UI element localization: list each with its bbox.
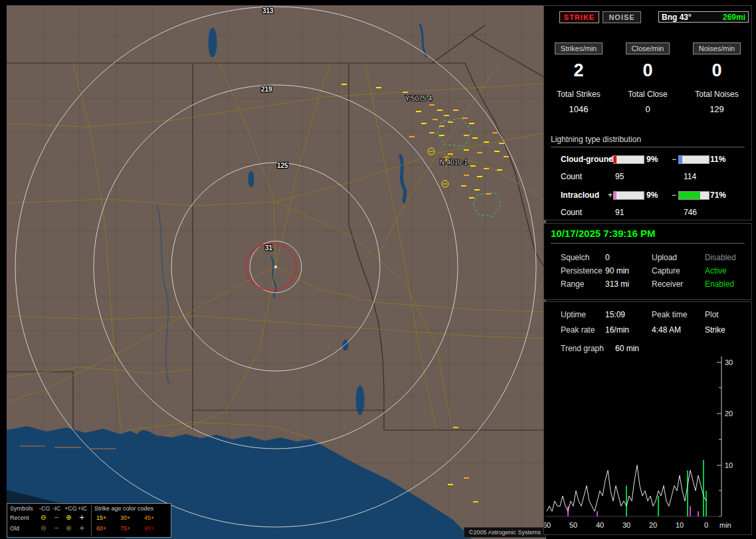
ring-label: 219: [261, 86, 272, 93]
minus-sign: −: [672, 191, 676, 200]
map-display[interactable]: 313 219 125 31 Y-5075-4 N-4010-1 Symbols…: [7, 5, 546, 539]
intracloud-label: Intracloud: [561, 191, 599, 200]
plus-sign: +: [608, 155, 613, 164]
persistence-value: 90 min: [605, 266, 629, 275]
cg-minus-count: 114: [684, 172, 696, 181]
bearing-display: Bng 43° 269mi: [658, 11, 749, 23]
strikes-per-min-button[interactable]: Strikes/min: [555, 42, 603, 54]
close-per-min-button[interactable]: Close/min: [626, 42, 670, 54]
peak-rate-value: 16/min: [605, 325, 629, 335]
ic-plus-count: 91: [615, 208, 624, 217]
total-noises-value: 129: [682, 104, 751, 114]
ic-minus-bar-fill: [679, 192, 700, 199]
trend-bars: [568, 460, 706, 516]
cloud-ground-count-row: Count 95 114: [544, 172, 751, 181]
legend-age-title: Strike age color codes: [94, 505, 153, 512]
receiver-label: Receiver: [652, 279, 683, 289]
total-close-value: 0: [613, 104, 682, 114]
range-value: 313 mi: [605, 279, 629, 289]
noises-per-min-value: 0: [682, 60, 751, 81]
ring-label: 31: [265, 244, 273, 252]
x-tick-40: 40: [596, 521, 604, 529]
cg-plus-bar: [613, 155, 644, 164]
bearing-distance: 269mi: [723, 13, 745, 22]
legend-col-cg-plus: +CG: [64, 505, 77, 512]
cloud-ground-row: Cloud-ground + 9% − 11%: [544, 155, 751, 164]
station-marker: [274, 266, 277, 268]
map-canvas: 313 219 125 31 Y-5075-4 N-4010-1: [7, 5, 546, 539]
strike-indicator-button[interactable]: STRIKE: [559, 11, 599, 23]
storm-cell-label: N-4010-1: [440, 159, 468, 166]
capture-label: Capture: [652, 266, 680, 275]
legend-row-recent: Recent: [10, 514, 29, 521]
legend-symbols-title: Symbols: [10, 505, 33, 512]
close-per-min-value: 0: [613, 60, 682, 81]
cg-plus-count: 95: [615, 172, 624, 181]
total-noises-label: Total Noises: [682, 90, 751, 99]
cg-minus-old-icon: ⊖: [41, 524, 46, 532]
legend-col-ic-minus: -IC: [52, 505, 60, 512]
bay: [195, 439, 217, 451]
ic-minus-recent-icon: −: [54, 514, 59, 521]
receiver-value: Enabled: [705, 279, 734, 289]
bearing-label: Bng 43°: [662, 13, 692, 22]
noises-per-min-button[interactable]: Noises/min: [693, 42, 741, 54]
cg-minus-recent-icon: ⊖: [41, 514, 46, 521]
upload-label: Upload: [652, 253, 677, 262]
plot-value: Strike: [705, 325, 725, 335]
uptime-value: 15:09: [605, 310, 625, 319]
peak-time-label: Peak time: [652, 310, 687, 319]
count-label: Count: [561, 172, 582, 181]
ic-minus-old-icon: −: [54, 524, 59, 532]
ic-plus-bar: [613, 191, 644, 200]
x-tick-60: 60: [544, 521, 551, 529]
count-label: Count: [561, 208, 582, 217]
y-tick-30: 30: [725, 358, 733, 366]
map-legend: Symbols -CG -IC +CG +IC Strike age color…: [7, 503, 171, 538]
uptime-label: Uptime: [561, 310, 586, 319]
x-tick-20: 20: [649, 521, 657, 529]
peak-rate-label: Peak rate: [561, 325, 595, 335]
legend-col-cg-minus: -CG: [39, 505, 50, 512]
x-tick-50: 50: [569, 521, 577, 529]
side-panel: STRIKE NOISE Bng 43° 269mi Strikes/min C…: [543, 5, 752, 534]
cg-plus-old-icon: ⊕: [66, 524, 71, 532]
y-tick-20: 20: [725, 410, 733, 418]
noise-indicator-button[interactable]: NOISE: [603, 11, 641, 23]
peak-time-value: 4:48 AM: [652, 325, 681, 335]
age-code-60: 60+: [96, 525, 106, 532]
legend-col-ic-plus: +IC: [78, 505, 87, 512]
cg-plus-bar-fill: [614, 156, 616, 163]
capture-value: Active: [705, 266, 727, 275]
intracloud-count-row: Count 91 746: [544, 208, 751, 217]
squelch-value: 0: [605, 253, 610, 262]
x-tick-10: 10: [676, 521, 684, 529]
ic-minus-percent: 71%: [710, 191, 726, 200]
age-code-75: 75+: [120, 525, 130, 532]
x-axis-unit: min: [719, 521, 731, 529]
age-code-45: 45+: [144, 514, 154, 521]
cloud-ground-label: Cloud-ground: [561, 155, 613, 164]
ic-plus-old-icon: +: [79, 524, 84, 532]
age-code-90: 90+: [144, 525, 154, 532]
copyright-notice: ©2005 Astrogenic Systems: [464, 527, 546, 538]
trend-axis: [717, 356, 721, 516]
mobile-bay: [130, 430, 157, 499]
total-close-label: Total Close: [613, 90, 682, 99]
x-tick-30: 30: [622, 521, 630, 529]
upload-value: Disabled: [705, 253, 736, 262]
age-code-15: 15+: [96, 514, 106, 521]
intracloud-row: Intracloud + 9% − 71%: [544, 191, 751, 200]
ic-plus-recent-icon: +: [79, 514, 84, 521]
trend-section: Uptime 15:09 Peak time Plot Peak rate 16…: [543, 301, 752, 535]
total-strikes-value: 1046: [544, 104, 613, 114]
plot-label: Plot: [705, 310, 719, 319]
trend-graph: 30 20 10 60 50 40 30 20 10 0 min: [544, 342, 753, 533]
total-strikes-label: Total Strikes: [544, 90, 613, 99]
cg-minus-bar-fill: [679, 156, 682, 163]
rates-section: STRIKE NOISE Bng 43° 269mi Strikes/min C…: [543, 5, 752, 220]
age-code-30: 30+: [120, 514, 130, 521]
squelch-label: Squelch: [561, 253, 589, 262]
cg-minus-percent: 11%: [710, 155, 725, 164]
ring-label: 125: [277, 162, 288, 169]
